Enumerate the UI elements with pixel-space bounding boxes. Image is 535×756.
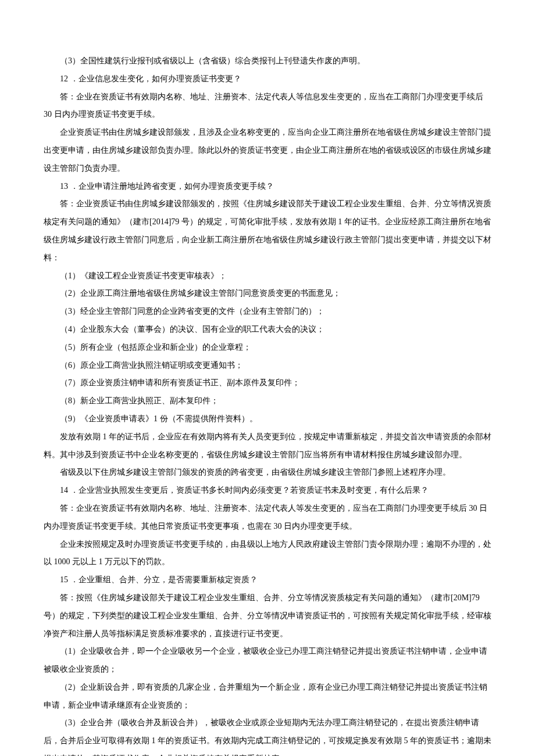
doc-line: 发放有效期 1 年的证书后，企业应在有效期内将有关人员变更到位，按规定申请重新核…	[44, 428, 491, 464]
doc-line: 省级及以下住房城乡建设主管部门颁发的资质的跨省变更，由省级住房城乡建设主管部门参…	[44, 464, 491, 482]
doc-line: （3）全国性建筑行业报刊或省级以上（含省级）综合类报刊上刊登遗失作废的声明。	[44, 52, 491, 70]
doc-line: 答：企业在资质证书有效期内名称、地址、注册资本、法定代表人等信息发生变更的，应当…	[44, 88, 491, 124]
doc-line: （2）企业原工商注册地省级住房城乡建设主管部门同意资质变更的书面意见；	[44, 285, 491, 303]
doc-line: （6）原企业工商营业执照注销证明或变更通知书；	[44, 357, 491, 375]
doc-line: 15 ．企业重组、合并、分立，是否需要重新核定资质？	[44, 571, 491, 589]
doc-line: （3）经企业主管部门同意的企业跨省变更的文件（企业有主管部门的）；	[44, 303, 491, 321]
doc-line: 12 ．企业信息发生变化，如何办理资质证书变更？	[44, 70, 491, 88]
doc-line: 企业未按照规定及时办理资质证书变更手续的，由县级以上地方人民政府建设主管部门责令…	[44, 536, 491, 572]
doc-line: （1）《建设工程企业资质证书变更审核表》；	[44, 267, 491, 285]
doc-line: （5）所有企业（包括原企业和新企业）的企业章程；	[44, 339, 491, 357]
doc-line: 企业资质证书由住房城乡建设部颁发，且涉及企业名称变更的，应当向企业工商注册所在地…	[44, 124, 491, 177]
doc-line: （7）原企业资质注销申请和所有资质证书正、副本原件及复印件；	[44, 374, 491, 392]
doc-line: （3）企业合并（吸收合并及新设合并），被吸收企业或原企业短期内无法办理工商注销登…	[44, 714, 491, 756]
doc-line: （8）新企业工商营业执照正、副本复印件；	[44, 392, 491, 410]
doc-line: （9）《企业资质申请表》1 份（不需提供附件资料）。	[44, 410, 491, 428]
doc-line: 13 ．企业申请注册地址跨省变更，如何办理资质变更手续？	[44, 178, 491, 196]
doc-line: （1）企业吸收合并，即一个企业吸收另一个企业，被吸收企业已办理工商注销登记并提出…	[44, 643, 491, 679]
doc-line: （4）企业股东大会（董事会）的决议、国有企业的职工代表大会的决议；	[44, 321, 491, 339]
doc-line: 答：企业在资质证书有效期内名称、地址、注册资本、法定代表人等发生变更的，应当在工…	[44, 500, 491, 536]
doc-line: 答：按照《住房城乡建设部关于建设工程企业发生重组、合并、分立等情况资质核定有关问…	[44, 589, 491, 643]
doc-line: （2）企业新设合并，即有资质的几家企业，合并重组为一个新企业，原有企业已办理工商…	[44, 679, 491, 715]
doc-line: 14 ．企业营业执照发生变更后，资质证书多长时间内必须变更？若资质证书未及时变更…	[44, 482, 491, 500]
doc-line: 答：企业资质证书由住房城乡建设部颁发的，按照《住房城乡建设部关于建设工程企业发生…	[44, 195, 491, 267]
